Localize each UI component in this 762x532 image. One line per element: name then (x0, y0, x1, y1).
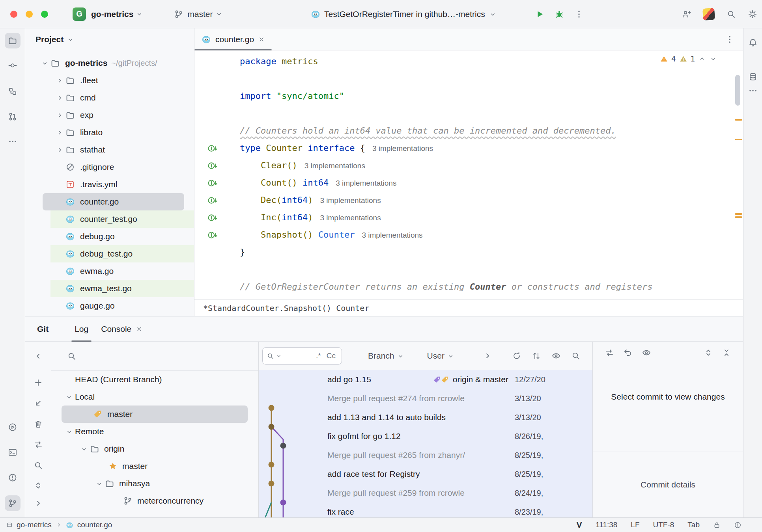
code-line[interactable]: } (194, 244, 743, 261)
compare-branches-button[interactable] (532, 351, 541, 361)
chevron-right-icon[interactable] (56, 112, 64, 119)
tree-item-.fleet[interactable]: .fleet (25, 72, 194, 89)
project-tool-button[interactable] (5, 33, 21, 48)
branch-item-HEAD (Current Branch)[interactable]: HEAD (Current Branch) (51, 371, 258, 388)
chevron-down-icon[interactable] (80, 445, 88, 453)
close-tab-icon[interactable] (258, 36, 265, 43)
view-options-button[interactable] (551, 351, 561, 361)
run-tool-button[interactable] (5, 419, 21, 435)
chevron-down-icon[interactable] (41, 60, 49, 67)
tree-item-ewma_test.go[interactable]: ewma_test.go (50, 280, 194, 297)
tree-item-gauge.go[interactable]: gauge.go (25, 297, 194, 314)
chevron-right-icon[interactable] (56, 146, 64, 154)
line-separator[interactable]: LF (631, 521, 639, 529)
tree-item-counter.go[interactable]: counter.go (43, 193, 184, 210)
chevron-down-icon[interactable] (95, 480, 103, 487)
tree-item-go-metrics[interactable]: go-metrics~/gitProjects/ (25, 54, 194, 72)
branch-search-field[interactable] (51, 342, 258, 371)
pull-requests-tool-button[interactable] (5, 109, 21, 125)
branch-item-Local[interactable]: Local (51, 388, 258, 406)
implementations-gutter-icon[interactable] (207, 230, 218, 240)
commit-row[interactable]: add race test for Registry8/25/19, (259, 465, 592, 484)
editor-scrollbar-thumb[interactable] (735, 75, 740, 106)
implementations-gutter-icon[interactable] (207, 212, 218, 223)
code-line[interactable]: type Counter interface {3 implementation… (194, 140, 743, 157)
implementations-inlay-hint[interactable]: 3 implementations (372, 144, 433, 153)
project-panel-header[interactable]: Project (25, 28, 194, 50)
code-line[interactable]: // GetOrRegisterCounter returns an exist… (194, 278, 743, 296)
tree-item-librato[interactable]: librato (25, 124, 194, 141)
more-run-actions-button[interactable] (574, 9, 584, 19)
hide-branches-button[interactable] (31, 349, 45, 363)
code-line[interactable]: Count() int643 implementations (194, 174, 743, 192)
checkout-button[interactable] (31, 396, 45, 410)
more-tools-button[interactable] (5, 134, 21, 149)
close-window-button[interactable] (10, 11, 17, 18)
chevron-right-icon[interactable] (56, 94, 64, 102)
warning-stripe-mark[interactable] (735, 139, 742, 140)
editor-tab-counter-go[interactable]: counter.go (194, 28, 272, 50)
tree-item-counter_test.go[interactable]: counter_test.go (50, 210, 194, 228)
code-line[interactable] (194, 105, 743, 122)
branch-item-origin[interactable]: origin (51, 440, 258, 458)
commit-row[interactable]: Merge pull request #265 from zhanyr/8/25… (259, 446, 592, 465)
chevron-right-icon[interactable] (56, 77, 64, 84)
tree-item-.travis.yml[interactable]: .travis.yml (25, 176, 194, 193)
tree-item-debug_test.go[interactable]: debug_test.go (50, 245, 194, 262)
chevron-down-icon[interactable] (65, 428, 73, 435)
git-tool-button[interactable] (5, 495, 21, 511)
code-line[interactable] (194, 70, 743, 87)
new-branch-button[interactable] (31, 376, 45, 390)
plugin-icon[interactable] (702, 8, 715, 20)
tree-item-cmd[interactable]: cmd (25, 89, 194, 106)
branch-item-master[interactable]: master (62, 406, 248, 423)
chevron-right-icon[interactable] (56, 129, 64, 136)
code-line[interactable]: Snapshot() Counter3 implementations (194, 226, 743, 244)
regex-toggle[interactable]: .* (314, 352, 323, 360)
show-more-button[interactable] (31, 496, 45, 510)
branch-item-Remote[interactable]: Remote (51, 423, 258, 440)
code-line[interactable]: // Counters hold an int64 value that can… (194, 122, 743, 140)
implementations-gutter-icon[interactable] (207, 160, 218, 171)
chevron-down-icon[interactable] (65, 393, 73, 401)
go-to-hash-button[interactable] (571, 351, 581, 361)
problems-tool-button[interactable] (5, 470, 21, 485)
delete-branch-button[interactable] (31, 417, 45, 431)
structure-tool-button[interactable] (5, 84, 21, 99)
commit-row[interactable]: Merge pull request #259 from rcrowle8/24… (259, 484, 592, 502)
terminal-tool-button[interactable] (5, 445, 21, 460)
implementations-gutter-icon[interactable] (207, 195, 218, 206)
expand-all-button[interactable] (704, 348, 713, 357)
code-line[interactable]: package metrics (194, 53, 743, 70)
tree-item-.gitignore[interactable]: .gitignore (25, 158, 194, 176)
tree-item-ewma.go[interactable]: ewma.go (25, 262, 194, 280)
run-configuration-widget[interactable]: TestGetOrRegisterTimer in github…-metric… (311, 0, 497, 28)
branch-item-master[interactable]: master (51, 458, 258, 475)
commit-row[interactable]: add 1.13 and 1.14 to auto builds3/13/20 (259, 408, 592, 427)
project-widget[interactable]: go-metrics (86, 9, 143, 19)
code-line[interactable]: Inc(int64)3 implementations (194, 209, 743, 226)
implementations-inlay-hint[interactable]: 3 implementations (320, 214, 381, 222)
caret-position[interactable]: 111:38 (596, 521, 617, 529)
minimize-window-button[interactable] (26, 11, 33, 18)
commit-row[interactable]: fix race8/23/19, (259, 502, 592, 517)
commit-row[interactable]: add go 1.15origin & master12/27/20 (259, 370, 592, 389)
user-filter[interactable]: User (427, 351, 454, 361)
code-line[interactable]: Clear()3 implementations (194, 157, 743, 174)
implementations-inlay-hint[interactable]: 3 implementations (320, 196, 381, 205)
database-tool-button[interactable] (746, 70, 760, 84)
log-search-field[interactable]: .* Cc (262, 347, 342, 365)
implementations-inlay-hint[interactable]: 3 implementations (336, 179, 396, 187)
run-button[interactable] (535, 9, 544, 19)
tree-item-exp[interactable]: exp (25, 106, 194, 124)
vcs-widget[interactable]: master (174, 9, 222, 19)
statusbar-file[interactable]: counter.go (77, 521, 112, 529)
code-editor[interactable]: 4 1 package metricsimport "sync/atomic"/… (194, 50, 743, 299)
code-line[interactable]: import "sync/atomic" (194, 87, 743, 105)
view-options-button[interactable] (642, 348, 651, 357)
commit-row[interactable]: fix gofmt for go 1.128/26/19, (259, 427, 592, 446)
implementations-gutter-icon[interactable] (207, 143, 218, 154)
implementations-inlay-hint[interactable]: 3 implementations (304, 162, 365, 170)
statusbar-project[interactable]: go-metrics (17, 521, 52, 529)
settings-button[interactable] (748, 9, 757, 19)
